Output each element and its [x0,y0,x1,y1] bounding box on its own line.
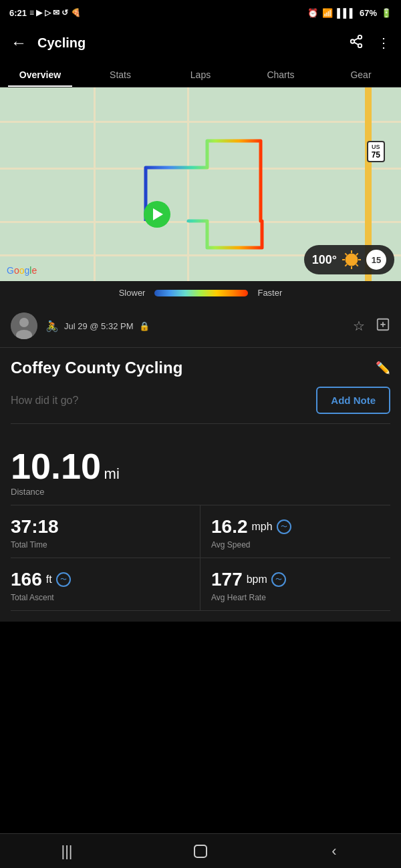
tab-stats[interactable]: Stats [80,61,160,87]
share-button[interactable] [349,34,364,52]
more-menu-button[interactable]: ⋮ [377,35,390,51]
nav-action-icons: ⋮ [349,34,390,52]
avg-heart-rate-badge: 〜 [271,572,286,587]
status-bar: 6:21 ≡ ▶ ▷ ✉ ↺ 🍕 ⏰ 📶 ▌▌▌ 67% 🔋 [0,0,401,24]
svg-point-5 [346,254,358,266]
activity-title: Coffey County Cycling [11,359,182,377]
nav-home-button[interactable] [180,838,221,865]
svg-line-3 [354,42,358,45]
total-ascent-stat: 166 ft 〜 Total Ascent [11,558,200,611]
total-ascent-value: 166 [11,569,42,590]
distance-stat: 10.10 mi Distance [11,437,390,505]
main-content: Coffey County Cycling ✏️ How did it go? … [0,348,401,622]
avg-speed-badge: 〜 [277,519,291,534]
bike-icon: 🚴 [45,320,59,333]
lock-icon: 🔒 [139,321,150,331]
avg-speed-label: Avg Speed [211,540,390,550]
total-time-value: 37:18 [11,516,59,537]
sun-icon [341,249,362,270]
alarm-icon: ⏰ [307,8,318,18]
edit-button[interactable]: ✏️ [376,361,390,375]
tab-bar: Overview Stats Laps Charts Gear [0,61,401,87]
svg-line-12 [356,253,358,255]
play-icon [153,208,163,220]
activity-meta-row: 🚴 Jul 29 @ 5:32 PM 🔒 ☆ [0,304,401,348]
highway-shield: US 75 [367,141,385,162]
page-title: Cycling [37,35,349,51]
battery-indicator: 67% [360,8,377,18]
notification-icons: ≡ ▶ ▷ ✉ ↺ 🍕 [29,8,81,17]
user-avatar [11,312,37,339]
status-time: 6:21 ≡ ▶ ▷ ✉ ↺ 🍕 [9,8,81,18]
nav-back-button[interactable]: ‹ [314,838,354,865]
tab-laps[interactable]: Laps [160,61,241,87]
top-navigation: ← Cycling ⋮ [0,24,401,61]
svg-point-2 [358,43,362,47]
total-time-stat: 37:18 Total Time [11,505,200,558]
back-button[interactable]: ← [11,33,27,52]
svg-rect-20 [194,845,207,857]
total-ascent-unit: ft [46,574,52,586]
activity-info: 🚴 Jul 29 @ 5:32 PM 🔒 [45,320,345,333]
total-ascent-label: Total Ascent [11,593,189,602]
speed-gradient-bar [154,290,248,296]
status-indicators: ⏰ 📶 ▌▌▌ 67% 🔋 [307,8,392,18]
star-button[interactable]: ☆ [353,318,365,334]
tab-charts[interactable]: Charts [241,61,321,87]
tab-overview[interactable]: Overview [0,61,80,87]
bottom-spacer [0,622,401,656]
faster-label: Faster [257,288,282,298]
add-photo-button[interactable] [376,317,390,335]
avg-heart-rate-unit: bpm [247,574,267,586]
svg-point-0 [358,35,362,39]
speed-legend: Slower Faster [0,281,401,304]
heartbeat-icon: 〜 [275,575,282,584]
nav-recents-button[interactable]: ||| [47,838,87,865]
distance-unit: mi [104,465,120,482]
battery-icon: 🔋 [381,8,392,18]
start-marker [144,201,170,228]
distance-value: 10.10 [11,446,101,486]
time-display: 6:21 [9,8,27,18]
avg-heart-rate-value: 177 [211,569,243,590]
wave-icon: 〜 [60,575,67,584]
svg-point-15 [19,318,29,327]
heart-wave-icon: 〜 [281,522,287,531]
avg-heart-rate-label: Avg Heart Rate [211,593,390,602]
google-logo: Google [7,265,37,276]
svg-line-4 [354,37,358,40]
signal-icon: ▌▌▌ [337,8,356,18]
note-section: How did it go? Add Note [11,387,390,424]
avg-speed-stat: 16.2 mph 〜 Avg Speed [200,505,390,558]
add-note-button[interactable]: Add Note [316,387,390,414]
weather-badge: 100° 15 [304,245,394,274]
bottom-navigation: ||| ‹ [0,833,401,868]
distance-label: Distance [11,487,390,497]
slower-label: Slower [119,288,146,298]
activity-date: Jul 29 @ 5:32 PM [64,321,134,331]
stats-grid: 37:18 Total Time 16.2 mph 〜 Avg Speed 16… [11,505,390,611]
svg-line-13 [345,264,347,266]
avg-heart-rate-stat: 177 bpm 〜 Avg Heart Rate [200,558,390,611]
total-time-label: Total Time [11,540,189,550]
svg-line-11 [356,264,358,266]
tab-gear[interactable]: Gear [321,61,401,87]
svg-point-1 [351,39,355,43]
activity-action-icons: ☆ [353,317,390,335]
activity-title-row: Coffey County Cycling ✏️ [11,359,390,377]
note-placeholder: How did it go? [11,395,78,407]
total-ascent-badge: 〜 [56,572,71,587]
svg-line-10 [345,253,347,255]
map-view[interactable]: US 75 Google 100° 15 [0,87,401,281]
temperature-display: 100° [312,253,337,267]
avg-speed-unit: mph [252,521,273,533]
speed-limit-badge: 15 [366,250,386,270]
wifi-icon: 📶 [322,8,333,18]
avg-speed-value: 16.2 [211,516,248,537]
